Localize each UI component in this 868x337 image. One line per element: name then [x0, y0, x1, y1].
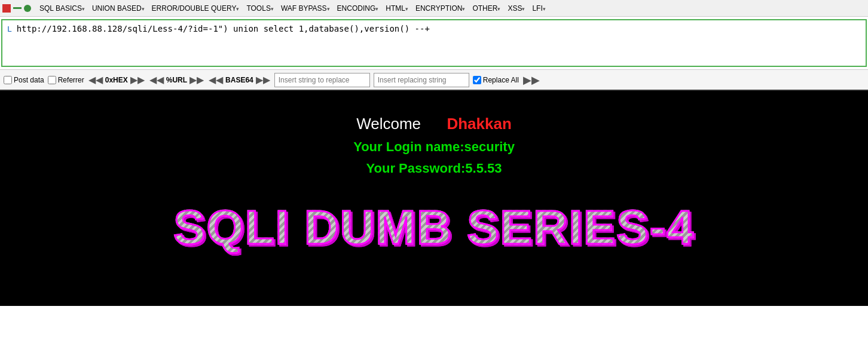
url-encode-group: ◀◀ %URL ▶▶ — [149, 75, 204, 85]
welcome-line: Welcome Dhakkan — [356, 115, 512, 133]
menu-union-based[interactable]: UNION BASED▾ — [88, 3, 148, 14]
base64-encode-group: ◀◀ BASE64 ▶▶ — [208, 75, 271, 85]
menu-waf-bypass[interactable]: WAF BYPASS▾ — [277, 3, 334, 14]
url-encode-btn[interactable]: ▶▶ — [189, 75, 204, 85]
post-data-checkbox-label[interactable]: Post data — [4, 76, 44, 84]
menu-other[interactable]: OTHER▾ — [469, 3, 504, 14]
menu-encryption[interactable]: ENCRYPTION▾ — [412, 3, 469, 14]
left-indicator: L — [7, 24, 12, 33]
replace-string-input[interactable] — [274, 73, 370, 87]
base64-decode-btn[interactable]: ◀◀ — [208, 75, 224, 85]
referrer-label: Referrer — [58, 76, 84, 84]
menu-xss[interactable]: XSS▾ — [504, 3, 528, 14]
referrer-checkbox[interactable] — [48, 76, 56, 84]
minimize-icon[interactable] — [13, 7, 22, 9]
hex-encode-group: ◀◀ 0xHEX ▶▶ — [88, 75, 145, 85]
base64-encode-btn[interactable]: ▶▶ — [255, 75, 271, 85]
replace-execute-btn[interactable]: ▶▶ — [522, 75, 540, 85]
url-bar[interactable]: L http://192.168.88.128/sqli/Less-4/?id=… — [1, 19, 867, 67]
hex-label: 0xHEX — [104, 76, 129, 84]
big-title: SQLI DUMB SERIES-4 — [173, 200, 695, 255]
menu-tools[interactable]: TOOLS▾ — [243, 3, 277, 14]
menu-encoding[interactable]: ENCODING▾ — [334, 3, 383, 14]
menubar: SQL BASICS▾ UNION BASED▾ ERROR/DOUBLE QU… — [0, 0, 868, 17]
login-line: Your Login name:security — [353, 139, 515, 155]
hex-decode-btn[interactable]: ◀◀ — [88, 75, 103, 85]
url-decode-btn[interactable]: ◀◀ — [149, 75, 164, 85]
post-data-label: Post data — [14, 76, 44, 84]
referrer-checkbox-label[interactable]: Referrer — [48, 76, 84, 84]
password-line: Your Password:5.5.53 — [366, 161, 502, 176]
url-label: %URL — [165, 76, 188, 84]
hex-encode-btn[interactable]: ▶▶ — [130, 75, 145, 85]
replace-all-checkbox-label[interactable]: Replace All — [473, 76, 519, 84]
menu-lfi[interactable]: LFI▾ — [528, 3, 549, 14]
content-area: Welcome Dhakkan Your Login name:security… — [0, 91, 868, 306]
menu-html[interactable]: HTML▾ — [382, 3, 412, 14]
replacing-string-input[interactable] — [374, 73, 469, 87]
window-controls — [2, 4, 31, 13]
replace-all-label: Replace All — [483, 76, 519, 84]
post-data-checkbox[interactable] — [4, 76, 12, 84]
close-icon[interactable] — [2, 4, 11, 13]
replace-all-checkbox[interactable] — [473, 76, 481, 84]
dot-icon — [24, 5, 31, 12]
toolbar: Post data Referrer ◀◀ 0xHEX ▶▶ ◀◀ %URL ▶… — [0, 69, 868, 91]
base64-label: BASE64 — [224, 76, 255, 84]
menu-sql-basics[interactable]: SQL BASICS▾ — [36, 3, 88, 14]
welcome-text: Welcome — [356, 115, 421, 133]
url-text: http://192.168.88.128/sqli/Less-4/?id=-1… — [17, 24, 430, 33]
menu-error-double-query[interactable]: ERROR/DOUBLE QUERY▾ — [148, 3, 243, 14]
username-text: Dhakkan — [447, 115, 511, 133]
